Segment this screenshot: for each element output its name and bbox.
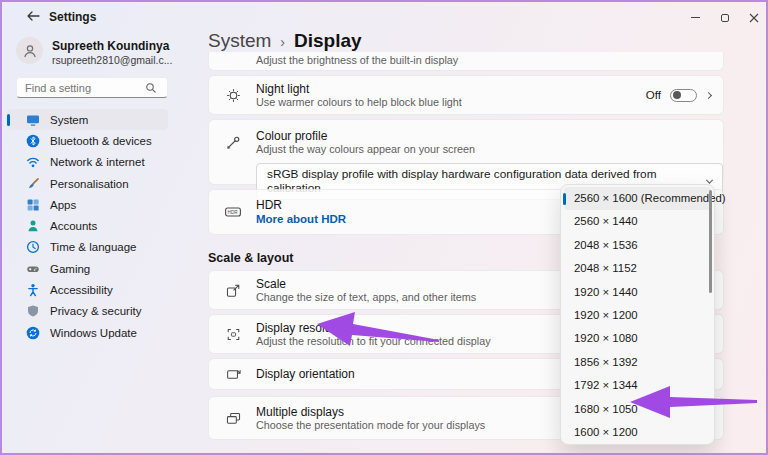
sidebar-item-apps[interactable]: Apps [7, 194, 168, 215]
hdr-title: HDR [256, 198, 346, 212]
breadcrumb: System › Display [208, 30, 362, 52]
colour-profile-subtitle: Adjust the way colours appear on your sc… [256, 143, 475, 156]
night-light-toggle[interactable] [670, 89, 697, 102]
sidebar-item-accessibility[interactable]: Accessibility [7, 279, 168, 300]
night-light-title: Night light [256, 82, 462, 96]
display-orientation-title: Display orientation [256, 367, 355, 381]
breadcrumb-separator: › [280, 34, 285, 50]
search-input[interactable] [17, 82, 145, 94]
sidebar-item-label: Privacy & security [50, 305, 141, 317]
scale-icon [224, 282, 242, 299]
sidebar-item-windows-update[interactable]: Windows Update [7, 322, 168, 343]
sidebar-item-accounts[interactable]: Accounts [7, 215, 168, 236]
display-resolution-title: Display resolution [256, 321, 491, 335]
night-light-state: Off [646, 89, 661, 101]
resolution-option-1856x1392[interactable]: 1856 × 1392 [564, 351, 711, 374]
toggle-knob [673, 91, 681, 99]
multiple-displays-icon [224, 410, 242, 427]
resolution-option-1920x1440[interactable]: 1920 × 1440 [564, 281, 711, 304]
sidebar-item-label: Personalisation [50, 178, 129, 190]
section-header-scale-layout: Scale & layout [208, 251, 293, 265]
sidebar-nav: System Bluetooth & devices Network & int… [7, 109, 168, 343]
resolution-dropdown: 2560 × 1600 (Recommended) 2560 × 1440 20… [560, 184, 715, 445]
scale-subtitle: Change the size of text, apps, and other… [256, 291, 476, 304]
brightness-card-partial[interactable]: Adjust the brightness of the built-in di… [208, 52, 724, 71]
time-language-icon [26, 240, 40, 254]
display-resolution-subtitle: Adjust the resolution to fit your connec… [256, 335, 491, 348]
sidebar-item-label: Gaming [50, 263, 90, 275]
network-icon [26, 155, 40, 169]
personalisation-icon [26, 177, 40, 191]
accounts-icon [26, 219, 40, 233]
maximize-icon [721, 14, 729, 22]
sidebar-item-network-internet[interactable]: Network & internet [7, 152, 168, 173]
bluetooth-icon [26, 134, 40, 148]
sidebar-item-system[interactable]: System [7, 109, 168, 130]
night-light-subtitle: Use warmer colours to help block blue li… [256, 96, 462, 109]
back-arrow-icon [26, 10, 40, 22]
colour-profile-title: Colour profile [256, 129, 475, 143]
sidebar-item-gaming[interactable]: Gaming [7, 258, 168, 279]
close-button[interactable] [747, 12, 760, 23]
svg-text:HDR: HDR [228, 210, 239, 215]
resolution-option-2048x1152[interactable]: 2048 × 1152 [564, 257, 711, 280]
resolution-option-2048x1536[interactable]: 2048 × 1536 [564, 234, 711, 257]
gaming-icon [26, 262, 40, 276]
person-icon [22, 43, 38, 59]
sidebar-item-label: Apps [50, 199, 76, 211]
sidebar-item-label: Accounts [50, 220, 97, 232]
colour-profile-row[interactable]: Colour profile Adjust the way colours ap… [208, 119, 724, 185]
breadcrumb-parent[interactable]: System [208, 30, 271, 52]
sidebar-item-privacy-security[interactable]: Privacy & security [7, 301, 168, 322]
user-email: rsupreeth2810@gmail.c... [52, 54, 172, 66]
resolution-option-1680x1050[interactable]: 1680 × 1050 [564, 398, 711, 421]
sidebar-item-label: Windows Update [50, 327, 137, 339]
brightness-subtitle: Adjust the brightness of the built-in di… [256, 54, 458, 67]
scale-title: Scale [256, 277, 476, 291]
hdr-icon: HDR [224, 203, 242, 221]
accessibility-icon [26, 283, 40, 297]
search-box[interactable] [16, 77, 168, 98]
avatar[interactable] [16, 37, 43, 64]
back-button[interactable] [26, 10, 40, 22]
chevron-down-icon [706, 176, 713, 183]
display-orientation-icon [224, 366, 242, 383]
night-light-icon [224, 87, 242, 104]
minimize-button[interactable] [689, 12, 702, 23]
chevron-right-icon[interactable] [705, 91, 712, 98]
multiple-displays-title: Multiple displays [256, 405, 485, 419]
sidebar-item-label: System [50, 114, 88, 126]
sidebar-item-label: Time & language [50, 241, 137, 253]
resolution-option-2560x1440[interactable]: 2560 × 1440 [564, 210, 711, 233]
resolution-option-1792x1344[interactable]: 1792 × 1344 [564, 374, 711, 397]
resolution-option-1600x1200[interactable]: 1600 × 1200 [564, 421, 711, 444]
search-icon [145, 82, 157, 94]
resolution-option-1920x1080[interactable]: 1920 × 1080 [564, 327, 711, 350]
sidebar-item-personalisation[interactable]: Personalisation [7, 173, 168, 194]
titlebar: Settings [2, 2, 766, 30]
night-light-row[interactable]: Night light Use warmer colours to help b… [208, 75, 724, 115]
resolution-option-2560x1600[interactable]: 2560 × 1600 (Recommended) [564, 187, 711, 210]
windows-update-icon [26, 326, 40, 340]
dropdown-scrollbar[interactable] [709, 190, 712, 293]
resolution-option-1920x1200[interactable]: 1920 × 1200 [564, 304, 711, 327]
sidebar-item-bluetooth-devices[interactable]: Bluetooth & devices [7, 130, 168, 151]
settings-window: Settings Supreeth Koundinya rsupreeth281… [0, 0, 768, 455]
hdr-more-link[interactable]: More about HDR [256, 212, 346, 227]
display-resolution-icon [224, 326, 242, 343]
user-name: Supreeth Koundinya [52, 39, 169, 53]
privacy-shield-icon [26, 304, 40, 318]
maximize-button[interactable] [718, 12, 731, 23]
page-title: Display [294, 30, 362, 52]
colour-profile-icon [224, 134, 242, 156]
sidebar-item-label: Network & internet [50, 156, 145, 168]
minimize-icon [691, 17, 700, 18]
multiple-displays-subtitle: Choose the presentation mode for your di… [256, 419, 485, 432]
apps-icon [26, 198, 40, 212]
sidebar-item-time-language[interactable]: Time & language [7, 237, 168, 258]
system-icon [26, 113, 40, 127]
sidebar-item-label: Bluetooth & devices [50, 135, 152, 147]
window-title: Settings [49, 10, 96, 24]
close-icon [749, 13, 759, 23]
sidebar-item-label: Accessibility [50, 284, 113, 296]
